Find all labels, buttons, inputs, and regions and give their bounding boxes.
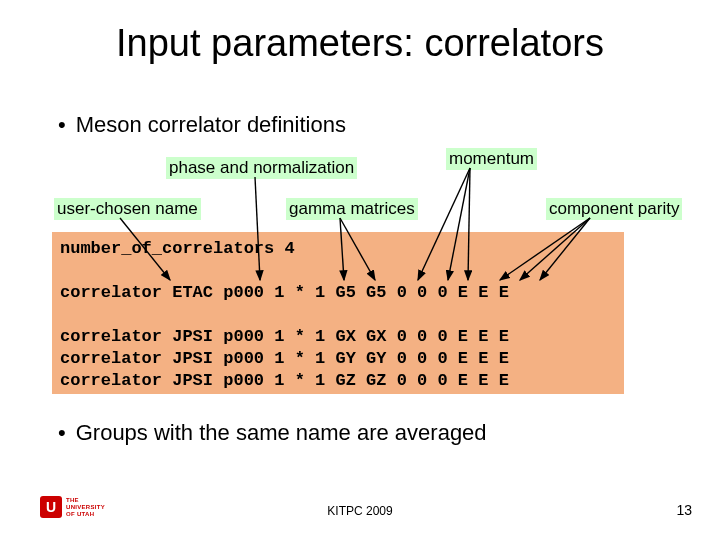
slide-title: Input parameters: correlators bbox=[0, 22, 720, 65]
bullet-groups-averaged: Groups with the same name are averaged bbox=[58, 420, 487, 446]
bullet-meson-definitions: Meson correlator definitions bbox=[58, 112, 346, 138]
label-phase-normalization: phase and normalization bbox=[166, 157, 357, 179]
label-user-chosen-name: user-chosen name bbox=[54, 198, 201, 220]
label-component-parity: component parity bbox=[546, 198, 682, 220]
label-momentum: momentum bbox=[446, 148, 537, 170]
correlator-code-block: number_of_correlators 4 correlator ETAC … bbox=[52, 232, 624, 394]
footer-conference: KITPC 2009 bbox=[0, 504, 720, 518]
footer-page-number: 13 bbox=[676, 502, 692, 518]
label-gamma-matrices: gamma matrices bbox=[286, 198, 418, 220]
